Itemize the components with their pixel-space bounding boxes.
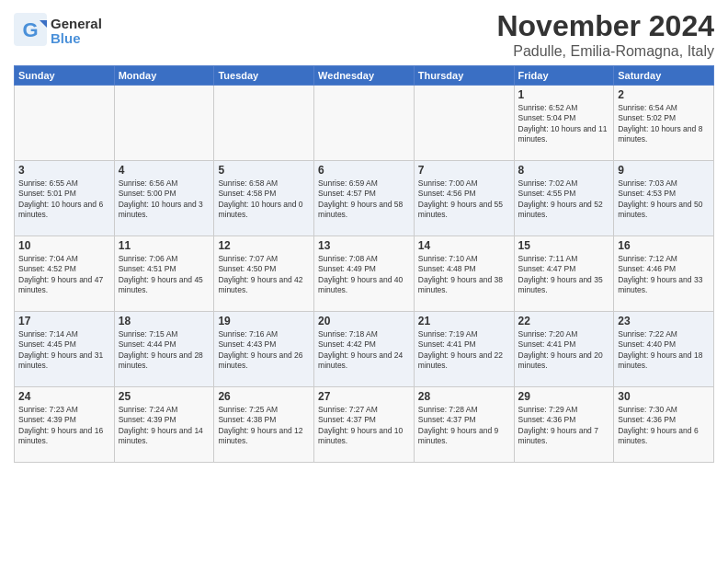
logo-icon: G xyxy=(14,13,47,46)
day-number: 5 xyxy=(218,164,310,177)
calendar-cell: 10Sunrise: 7:04 AM Sunset: 4:52 PM Dayli… xyxy=(15,236,115,312)
logo: G General Blue xyxy=(14,13,102,50)
calendar-cell: 15Sunrise: 7:11 AM Sunset: 4:47 PM Dayli… xyxy=(514,236,614,312)
calendar-cell: 22Sunrise: 7:20 AM Sunset: 4:41 PM Dayli… xyxy=(514,312,614,387)
calendar-cell: 29Sunrise: 7:29 AM Sunset: 4:36 PM Dayli… xyxy=(514,387,614,463)
calendar-cell: 4Sunrise: 6:56 AM Sunset: 5:00 PM Daylig… xyxy=(114,161,214,236)
day-number: 13 xyxy=(318,239,410,252)
calendar-cell: 17Sunrise: 7:14 AM Sunset: 4:45 PM Dayli… xyxy=(15,312,115,387)
col-wednesday: Wednesday xyxy=(314,66,415,86)
day-info: Sunrise: 7:24 AM Sunset: 4:39 PM Dayligh… xyxy=(119,405,210,447)
day-number: 7 xyxy=(418,164,510,177)
day-number: 25 xyxy=(119,390,210,403)
day-info: Sunrise: 6:56 AM Sunset: 5:00 PM Dayligh… xyxy=(119,178,210,221)
calendar-week-row: 3Sunrise: 6:55 AM Sunset: 5:01 PM Daylig… xyxy=(15,161,714,236)
col-thursday: Thursday xyxy=(414,66,514,86)
calendar-cell xyxy=(414,86,514,161)
day-number: 24 xyxy=(18,390,110,403)
calendar-cell: 24Sunrise: 7:23 AM Sunset: 4:39 PM Dayli… xyxy=(15,387,115,463)
day-info: Sunrise: 6:59 AM Sunset: 4:57 PM Dayligh… xyxy=(318,178,410,221)
day-number: 23 xyxy=(618,315,710,327)
day-info: Sunrise: 7:19 AM Sunset: 4:41 PM Dayligh… xyxy=(418,329,510,372)
location-title: Padulle, Emilia-Romagna, Italy xyxy=(496,43,714,60)
col-tuesday: Tuesday xyxy=(214,66,314,86)
calendar-cell xyxy=(214,86,314,161)
calendar-header-row: Sunday Monday Tuesday Wednesday Thursday… xyxy=(15,66,714,86)
day-number: 8 xyxy=(518,164,610,177)
day-number: 1 xyxy=(518,88,610,101)
day-info: Sunrise: 7:14 AM Sunset: 4:45 PM Dayligh… xyxy=(18,329,110,372)
day-info: Sunrise: 6:58 AM Sunset: 4:58 PM Dayligh… xyxy=(218,178,310,221)
day-number: 29 xyxy=(518,390,610,403)
calendar-cell: 8Sunrise: 7:02 AM Sunset: 4:55 PM Daylig… xyxy=(514,161,614,236)
calendar-cell: 16Sunrise: 7:12 AM Sunset: 4:46 PM Dayli… xyxy=(614,236,714,312)
day-number: 16 xyxy=(618,239,710,252)
day-number: 2 xyxy=(618,88,710,101)
logo-text-line2: Blue xyxy=(51,31,102,47)
day-info: Sunrise: 7:04 AM Sunset: 4:52 PM Dayligh… xyxy=(18,254,110,296)
day-info: Sunrise: 7:03 AM Sunset: 4:53 PM Dayligh… xyxy=(618,178,710,221)
day-info: Sunrise: 7:22 AM Sunset: 4:40 PM Dayligh… xyxy=(618,329,710,372)
calendar-week-row: 24Sunrise: 7:23 AM Sunset: 4:39 PM Dayli… xyxy=(15,387,714,463)
calendar-cell xyxy=(114,86,214,161)
calendar-cell: 18Sunrise: 7:15 AM Sunset: 4:44 PM Dayli… xyxy=(114,312,214,387)
day-info: Sunrise: 7:30 AM Sunset: 4:36 PM Dayligh… xyxy=(618,405,710,447)
calendar-cell: 28Sunrise: 7:28 AM Sunset: 4:37 PM Dayli… xyxy=(414,387,514,463)
calendar-cell: 21Sunrise: 7:19 AM Sunset: 4:41 PM Dayli… xyxy=(414,312,514,387)
day-info: Sunrise: 6:54 AM Sunset: 5:02 PM Dayligh… xyxy=(618,103,710,145)
day-info: Sunrise: 7:18 AM Sunset: 4:42 PM Dayligh… xyxy=(318,329,410,372)
day-info: Sunrise: 7:15 AM Sunset: 4:44 PM Dayligh… xyxy=(119,329,210,372)
col-saturday: Saturday xyxy=(614,66,714,86)
day-number: 26 xyxy=(218,390,310,403)
day-number: 11 xyxy=(119,239,210,252)
day-number: 6 xyxy=(318,164,410,177)
day-number: 15 xyxy=(518,239,610,252)
calendar-cell: 30Sunrise: 7:30 AM Sunset: 4:36 PM Dayli… xyxy=(614,387,714,463)
day-info: Sunrise: 7:08 AM Sunset: 4:49 PM Dayligh… xyxy=(318,254,410,296)
calendar-cell: 2Sunrise: 6:54 AM Sunset: 5:02 PM Daylig… xyxy=(614,86,714,161)
calendar-cell: 12Sunrise: 7:07 AM Sunset: 4:50 PM Dayli… xyxy=(214,236,314,312)
calendar-cell: 13Sunrise: 7:08 AM Sunset: 4:49 PM Dayli… xyxy=(314,236,415,312)
day-info: Sunrise: 7:10 AM Sunset: 4:48 PM Dayligh… xyxy=(418,254,510,296)
day-info: Sunrise: 7:20 AM Sunset: 4:41 PM Dayligh… xyxy=(518,329,610,372)
title-block: November 2024 Padulle, Emilia-Romagna, I… xyxy=(496,9,714,60)
calendar-cell: 23Sunrise: 7:22 AM Sunset: 4:40 PM Dayli… xyxy=(614,312,714,387)
day-number: 12 xyxy=(218,239,310,252)
calendar-cell: 5Sunrise: 6:58 AM Sunset: 4:58 PM Daylig… xyxy=(214,161,314,236)
day-info: Sunrise: 7:23 AM Sunset: 4:39 PM Dayligh… xyxy=(18,405,110,447)
calendar-cell xyxy=(314,86,415,161)
day-number: 19 xyxy=(218,315,310,327)
day-info: Sunrise: 7:07 AM Sunset: 4:50 PM Dayligh… xyxy=(218,254,310,296)
day-info: Sunrise: 7:02 AM Sunset: 4:55 PM Dayligh… xyxy=(518,178,610,221)
header: G General Blue November 2024 Padulle, Em… xyxy=(14,9,714,60)
day-number: 21 xyxy=(418,315,510,327)
calendar-week-row: 10Sunrise: 7:04 AM Sunset: 4:52 PM Dayli… xyxy=(15,236,714,312)
day-info: Sunrise: 7:12 AM Sunset: 4:46 PM Dayligh… xyxy=(618,254,710,296)
calendar-cell: 7Sunrise: 7:00 AM Sunset: 4:56 PM Daylig… xyxy=(414,161,514,236)
calendar-table: Sunday Monday Tuesday Wednesday Thursday… xyxy=(14,65,714,463)
day-number: 22 xyxy=(518,315,610,327)
calendar-cell: 14Sunrise: 7:10 AM Sunset: 4:48 PM Dayli… xyxy=(414,236,514,312)
day-info: Sunrise: 7:00 AM Sunset: 4:56 PM Dayligh… xyxy=(418,178,510,221)
day-number: 10 xyxy=(18,239,110,252)
day-number: 30 xyxy=(618,390,710,403)
day-info: Sunrise: 7:06 AM Sunset: 4:51 PM Dayligh… xyxy=(119,254,210,296)
calendar-cell: 6Sunrise: 6:59 AM Sunset: 4:57 PM Daylig… xyxy=(314,161,415,236)
calendar-page: G General Blue November 2024 Padulle, Em… xyxy=(0,0,728,563)
day-number: 9 xyxy=(618,164,710,177)
day-number: 17 xyxy=(18,315,110,327)
calendar-cell: 19Sunrise: 7:16 AM Sunset: 4:43 PM Dayli… xyxy=(214,312,314,387)
calendar-cell: 20Sunrise: 7:18 AM Sunset: 4:42 PM Dayli… xyxy=(314,312,415,387)
day-info: Sunrise: 7:28 AM Sunset: 4:37 PM Dayligh… xyxy=(418,405,510,447)
calendar-cell: 11Sunrise: 7:06 AM Sunset: 4:51 PM Dayli… xyxy=(114,236,214,312)
day-info: Sunrise: 6:52 AM Sunset: 5:04 PM Dayligh… xyxy=(518,103,610,145)
calendar-cell: 1Sunrise: 6:52 AM Sunset: 5:04 PM Daylig… xyxy=(514,86,614,161)
day-info: Sunrise: 7:25 AM Sunset: 4:38 PM Dayligh… xyxy=(218,405,310,447)
calendar-cell: 9Sunrise: 7:03 AM Sunset: 4:53 PM Daylig… xyxy=(614,161,714,236)
calendar-cell: 27Sunrise: 7:27 AM Sunset: 4:37 PM Dayli… xyxy=(314,387,415,463)
day-number: 14 xyxy=(418,239,510,252)
col-friday: Friday xyxy=(514,66,614,86)
day-info: Sunrise: 7:11 AM Sunset: 4:47 PM Dayligh… xyxy=(518,254,610,296)
day-number: 3 xyxy=(18,164,110,177)
day-number: 28 xyxy=(418,390,510,403)
